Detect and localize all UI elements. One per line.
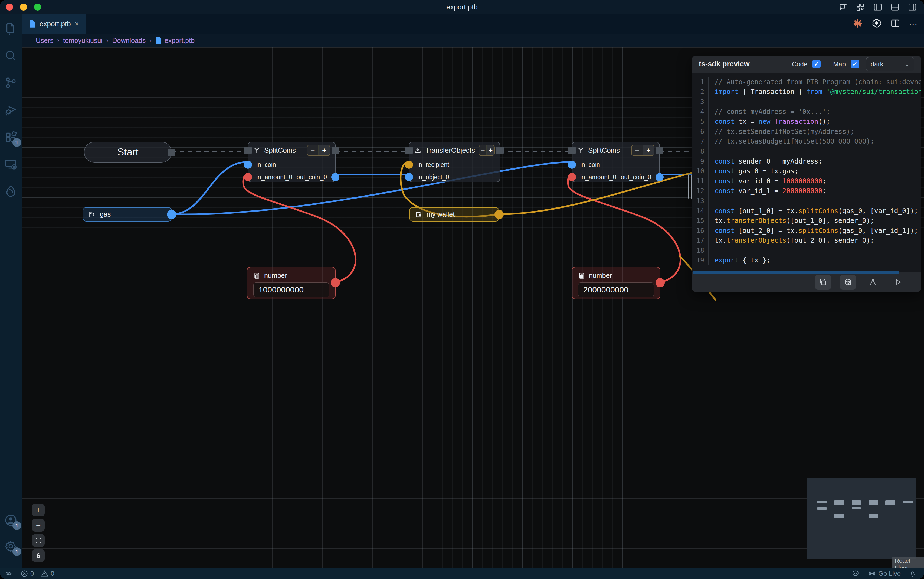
test-flask-button[interactable] [864,275,881,290]
remove-port-button[interactable]: − [308,145,319,155]
tab-export-ptb[interactable]: export.ptb × [22,14,86,34]
search-icon[interactable] [4,49,18,63]
start-label: Start [117,147,138,158]
zoom-window-button[interactable] [34,3,41,11]
add-port-button[interactable]: + [643,145,654,155]
source-handle[interactable] [332,147,339,154]
split-icon [253,147,261,154]
notifications-bell-icon[interactable] [909,570,916,577]
code-preview[interactable]: 1// Auto-generated from PTB Program (cha… [692,73,921,272]
port-out-coin-handle[interactable] [331,173,339,181]
number-source-handle[interactable] [655,278,665,287]
port-in-recipient-handle[interactable] [405,160,413,169]
number-source-handle[interactable] [331,278,340,287]
settings-badge: 1 [13,547,21,556]
start-source-handle[interactable] [168,149,175,156]
copilot-icon[interactable] [851,569,860,578]
port-in-amount-handle[interactable] [568,173,576,181]
remote-indicator[interactable] [6,570,13,577]
node-number-2[interactable]: number 2000000000 [572,267,660,299]
minimap-node [903,501,913,504]
gas-source-handle[interactable] [167,210,176,219]
port-in-amount-handle[interactable] [244,173,252,181]
zoom-in-button[interactable]: + [32,504,45,517]
split-editor-icon[interactable] [890,18,900,29]
breadcrumb-downloads[interactable]: Downloads [112,36,146,44]
close-window-button[interactable] [6,3,13,11]
claude-icon[interactable] [852,18,863,29]
go-live-button[interactable]: Go Live [868,569,901,577]
traffic-lights [6,3,41,11]
node-title: SplitCoins [264,146,296,155]
errors-indicator[interactable]: 0 [21,570,34,577]
port-out-coin-handle[interactable] [655,173,663,181]
node-gas[interactable]: gas [83,207,172,221]
target-handle[interactable] [568,147,576,154]
run-debug-icon[interactable] [4,103,18,117]
edge-number1-to-inamount[interactable] [243,174,356,282]
breadcrumb-users[interactable]: Users [36,36,53,44]
file-icon [29,20,36,28]
remove-port-button[interactable]: − [632,145,643,155]
breadcrumb-file[interactable]: export.ptb [155,36,195,44]
number-input[interactable]: 1000000000 [253,283,329,297]
sui-droplet-icon[interactable] [4,184,18,198]
node-splitcoins-1[interactable]: SplitCoins −+ in_coin in_amount_0out_coi… [248,142,336,182]
port-in-object-handle[interactable] [405,173,413,181]
react-flow-attribution[interactable]: React Flow [892,556,924,568]
target-handle[interactable] [405,147,413,154]
accounts-icon[interactable]: 1 [4,513,18,527]
edge-gas-to-splitcoins2-incoin[interactable] [172,162,572,214]
package-inspect-button[interactable] [839,275,856,290]
code-checkbox[interactable]: ✓ [812,60,821,68]
minimap[interactable] [807,478,916,559]
settings-gear-icon[interactable]: 1 [4,539,18,553]
target-handle[interactable] [244,147,252,154]
flow-canvas[interactable]: Start SplitCoins −+ in_coin in_amount_0o… [22,47,924,568]
lock-button[interactable] [32,549,45,562]
explorer-icon[interactable] [4,22,18,36]
number-input[interactable]: 2000000000 [578,283,654,297]
run-code-button[interactable] [889,275,906,290]
node-number-1[interactable]: number 1000000000 [247,267,336,299]
source-handle[interactable] [496,147,504,154]
close-tab-icon[interactable]: × [75,20,79,28]
breadcrumb-user[interactable]: tomoyukiusui [63,36,103,44]
copy-code-button[interactable] [815,275,831,290]
node-my-wallet[interactable]: my wallet [409,207,499,221]
node-start[interactable]: Start [84,142,172,163]
extensions-icon[interactable]: 1 [4,130,18,144]
remote-explorer-icon[interactable] [4,157,18,171]
port-in-coin-handle[interactable] [244,160,252,169]
code-line: 9const sender_0 = myAddress; [692,156,921,166]
remove-port-button[interactable]: − [479,145,487,155]
panel-resize-grip[interactable] [688,175,692,198]
add-port-button[interactable]: + [487,145,494,155]
theme-select[interactable]: dark⌄ [866,57,914,71]
minimize-window-button[interactable] [20,3,27,11]
source-handle[interactable] [656,147,663,154]
zoom-out-button[interactable]: − [32,519,45,532]
map-checkbox[interactable]: ✓ [851,60,859,68]
edge-gas-to-splitcoins1-incoin[interactable] [172,162,248,214]
customize-layout-icon[interactable] [856,2,865,11]
node-splitcoins-2[interactable]: SplitCoins −+ in_coin in_amount_0out_coi… [572,142,660,182]
wallet-source-handle[interactable] [494,210,504,219]
port-out-coin-label: out_coin_0 [297,173,327,181]
toggle-primary-sidebar-icon[interactable] [873,2,882,11]
add-port-button[interactable]: + [319,145,330,155]
minimap-node [817,507,827,510]
node-transferobjects[interactable]: TransferObjects −+ in_recipient in_objec… [409,142,500,182]
toggle-secondary-sidebar-icon[interactable] [908,2,917,11]
gas-label: gas [100,210,111,218]
port-in-coin-handle[interactable] [568,160,576,169]
chat-sparkle-icon[interactable] [838,2,848,11]
warnings-indicator[interactable]: 0 [41,570,54,577]
toggle-panel-icon[interactable] [890,2,900,11]
openai-icon[interactable] [872,18,882,29]
fit-view-button[interactable] [32,534,45,547]
more-actions-icon[interactable]: ⋯ [909,19,917,29]
source-control-icon[interactable] [4,76,18,90]
port-in-amount-label: in_amount_0 [256,173,292,181]
edge-number2-to-inamount[interactable] [568,174,681,282]
